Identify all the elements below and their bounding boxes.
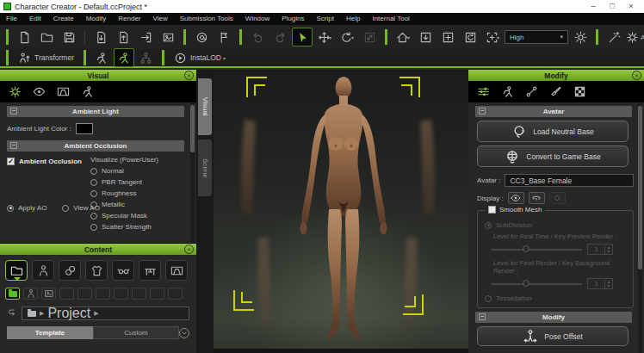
visualize-option-scatter-strength[interactable]: Scatter Strength — [90, 221, 158, 232]
frame-selected-button[interactable] — [415, 28, 436, 46]
rotate-tool-button[interactable]: ▾ — [337, 28, 357, 46]
tab-custom[interactable]: Custom — [93, 326, 179, 339]
radio-icon[interactable] — [90, 190, 97, 197]
modify-panel-scrollbar[interactable] — [638, 102, 642, 353]
camera-view-dropdown-icon[interactable]: ▾ — [497, 34, 499, 40]
maximize-button[interactable]: □ — [603, 1, 622, 12]
radio-icon[interactable] — [90, 213, 97, 220]
expand-content-chevron-icon[interactable] — [179, 328, 189, 338]
visualize-option-normal[interactable]: Normal — [90, 165, 158, 176]
visual-camera-tab[interactable] — [31, 84, 46, 101]
move-tool-dropdown-icon[interactable]: ▾ — [329, 34, 331, 40]
modify-panel-close-icon[interactable]: × — [632, 71, 641, 80]
rotate-tool-dropdown-icon[interactable]: ▾ — [351, 34, 354, 40]
reset-camera-button[interactable] — [460, 28, 480, 46]
visual-panel-scrollbar[interactable] — [190, 102, 195, 243]
menu-window[interactable]: Window — [239, 13, 276, 25]
collapse-icon[interactable]: − — [479, 108, 486, 115]
visual-pose-tab[interactable] — [79, 84, 95, 101]
close-button[interactable]: × — [622, 1, 641, 12]
scrollbar-thumb[interactable] — [190, 105, 195, 152]
smooth-mesh-checkbox[interactable]: ✓ — [488, 206, 496, 214]
category-accessory-button[interactable] — [112, 260, 134, 281]
scrollbar-thumb[interactable] — [638, 106, 642, 269]
transformer-button[interactable]: Transformer — [14, 49, 78, 66]
select-tool-button[interactable] — [292, 28, 313, 46]
menu-edit[interactable]: Edit — [23, 13, 47, 25]
convert-to-game-base-button[interactable]: Convert to Game Base — [477, 146, 629, 167]
frame-all-button[interactable] — [437, 28, 458, 46]
radio-icon[interactable] — [62, 205, 69, 212]
load-neutral-base-button[interactable]: Load Neutral Base — [477, 121, 629, 142]
category-stage-button[interactable] — [165, 260, 188, 281]
dock-tab-scene[interactable]: Scene — [198, 139, 212, 196]
menu-modify[interactable]: Modify — [80, 13, 113, 25]
visualize-option-specular-mask[interactable]: Specular Mask — [90, 210, 158, 221]
checkpoint-button[interactable] — [214, 28, 234, 46]
breadcrumb-root[interactable]: Project — [47, 306, 90, 321]
radio-icon[interactable] — [90, 224, 97, 231]
category-actor-button[interactable] — [32, 260, 54, 281]
category-material-button[interactable] — [59, 260, 81, 281]
smart-tool-button[interactable] — [604, 28, 624, 46]
content-panel-close-icon[interactable]: × — [184, 245, 194, 254]
radio-icon[interactable] — [90, 168, 97, 175]
export-file-button[interactable] — [135, 28, 156, 46]
menu-internal-tool[interactable]: Internal Tool — [366, 13, 415, 25]
viewport[interactable] — [214, 70, 468, 353]
modify-section-header[interactable]: −Modify — [475, 312, 632, 323]
minimize-button[interactable]: – — [584, 1, 603, 12]
view-ao-radio-row[interactable]: View AO — [62, 204, 100, 212]
menu-submission-tools[interactable]: Submission Tools — [174, 13, 239, 25]
visualize-option-pbr-tangent[interactable]: PBR Tangent — [90, 176, 158, 188]
visualize-option-metallic[interactable]: Metallic — [90, 199, 158, 210]
render-image-button[interactable] — [158, 28, 178, 46]
scale-tool-button[interactable] — [359, 28, 380, 46]
category-cloth-button[interactable] — [85, 260, 108, 281]
open-project-button[interactable] — [36, 28, 57, 46]
apply-ao-radio-row[interactable]: Apply AO — [7, 204, 46, 212]
breadcrumb-back-icon[interactable] — [7, 306, 17, 321]
instalod-button[interactable]: InstaLOD▾ — [170, 49, 230, 66]
display-lash-button[interactable] — [529, 192, 545, 204]
pose-offset-button[interactable]: Pose Offset — [477, 326, 629, 346]
modify-texture-tab[interactable] — [572, 84, 587, 101]
atmosphere-button[interactable]: Atmo — [626, 28, 644, 46]
pose-tool-a-button[interactable] — [91, 48, 112, 67]
home-camera-button[interactable]: ▾ — [393, 28, 413, 46]
dock-tab-visual[interactable]: Visual — [198, 78, 212, 135]
pose-tool-b-button[interactable] — [114, 48, 134, 67]
ambient-light-section-header[interactable]: −Ambient Light — [7, 106, 184, 117]
export-button[interactable] — [113, 28, 133, 46]
modify-attribute-tab[interactable] — [475, 84, 491, 101]
visual-settings-tab[interactable] — [7, 84, 22, 101]
collapse-icon[interactable]: − — [10, 108, 17, 115]
camera-view-button[interactable]: ▾ — [482, 28, 503, 46]
ambient-occlusion-section-header[interactable]: −Ambient Occlusion — [7, 140, 184, 152]
save-project-button[interactable] — [59, 28, 79, 46]
menu-plugins[interactable]: Plugins — [276, 13, 310, 25]
category-prop-button[interactable] — [139, 260, 161, 281]
modify-material-tab[interactable] — [548, 84, 563, 101]
collapse-icon[interactable]: − — [10, 142, 17, 149]
undo-button[interactable] — [247, 28, 268, 46]
avatar-name-field[interactable]: CC3_Base Female — [505, 174, 634, 187]
modify-pose-tab[interactable] — [499, 84, 515, 101]
menu-script[interactable]: Script — [311, 13, 340, 25]
modify-bone-tab[interactable] — [523, 84, 539, 101]
radio-icon[interactable] — [7, 205, 14, 212]
mesh-hierarchy-button[interactable] — [136, 48, 157, 67]
import-button[interactable] — [90, 28, 111, 46]
collapse-icon[interactable]: − — [479, 313, 486, 320]
character-manager-button[interactable] — [191, 28, 212, 46]
visual-panel-close-icon[interactable]: × — [184, 71, 194, 80]
category-project-button[interactable] — [5, 260, 28, 281]
visual-shadow-tab[interactable] — [55, 84, 71, 101]
ambient-light-color-swatch[interactable] — [76, 123, 93, 134]
menu-view[interactable]: View — [147, 13, 174, 25]
new-project-button[interactable] — [14, 28, 34, 46]
subcategory-image-tab[interactable] — [41, 288, 56, 300]
quality-dropdown[interactable]: High▾ — [505, 30, 568, 44]
visualize-option-roughness[interactable]: Roughness — [90, 188, 158, 199]
ambient-occlusion-checkbox[interactable]: ✓ — [7, 158, 15, 165]
